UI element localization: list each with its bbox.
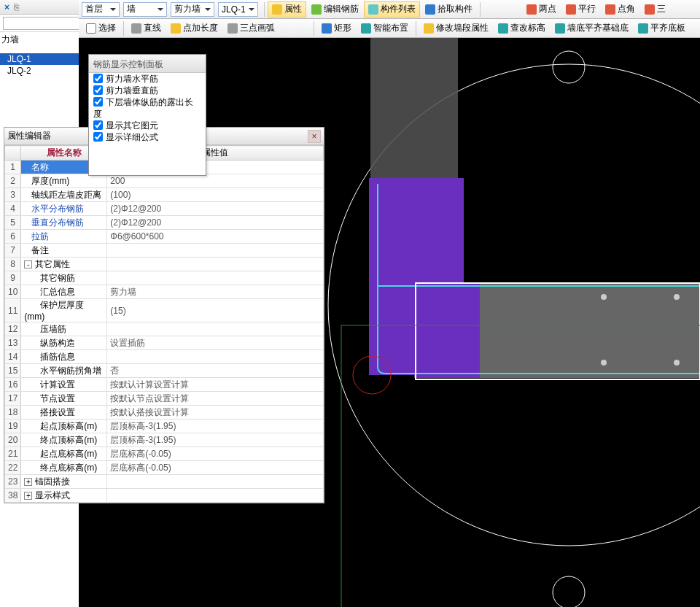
property-name: +锚固搭接: [21, 475, 107, 489]
rebar-display-panel[interactable]: 钢筋显示控制面板 剪力墙水平筋剪力墙垂直筋下层墙体纵筋的露出长度显示其它图元显示…: [88, 54, 206, 176]
component-dropdown[interactable]: JLQ-1: [218, 2, 258, 17]
two-points-icon: [526, 4, 537, 15]
property-row[interactable]: 22终点底标高(m)层底标高(-0.05): [5, 461, 324, 475]
svg-point-1: [553, 51, 585, 83]
property-row[interactable]: 3轴线距左墙皮距离(100): [5, 188, 324, 202]
property-row[interactable]: 23+锚固搭接: [5, 475, 324, 489]
flush-bottom-button[interactable]: 平齐底板: [634, 20, 690, 36]
property-value[interactable]: Φ6@600*600: [107, 230, 324, 244]
property-row[interactable]: 10汇总信息剪力墙: [5, 285, 324, 299]
rebar-option[interactable]: 剪力墙水平筋: [89, 73, 206, 85]
property-value[interactable]: 剪力墙: [107, 285, 324, 299]
checkbox[interactable]: [93, 74, 103, 83]
property-row[interactable]: 8-其它属性: [5, 258, 324, 271]
property-name: 搭接设置: [21, 406, 107, 420]
property-value[interactable]: 否: [107, 364, 324, 378]
property-row[interactable]: 17节点设置按默认节点设置计算: [5, 392, 324, 406]
cursor-icon: [86, 23, 96, 34]
floor-dropdown[interactable]: 首层: [82, 2, 120, 17]
property-value[interactable]: [107, 350, 324, 364]
property-value[interactable]: 层顶标高-3(1.95): [107, 433, 324, 447]
check-elevation-button[interactable]: 查改标高: [494, 20, 550, 36]
property-row[interactable]: 9其它钢筋: [5, 271, 324, 285]
property-name: 其它钢筋: [21, 271, 107, 285]
property-row[interactable]: 7备注: [5, 244, 324, 258]
two-points-button[interactable]: 两点: [522, 1, 561, 18]
checkbox[interactable]: [93, 132, 103, 142]
property-value[interactable]: [107, 271, 324, 285]
adjust-wall-button[interactable]: 修改墙段属性: [419, 20, 493, 36]
point-extend-button[interactable]: 点加长度: [166, 20, 222, 36]
svg-point-8: [674, 294, 680, 300]
rebar-option[interactable]: 显示详细公式: [89, 131, 206, 143]
row-number: 19: [5, 420, 21, 433]
property-value[interactable]: 层底标高(-0.05): [107, 447, 324, 461]
property-row[interactable]: 6拉筋Φ6@600*600: [5, 230, 324, 244]
line-icon: [131, 23, 141, 34]
property-value[interactable]: 200: [107, 174, 324, 188]
property-row[interactable]: 5垂直分布钢筋(2)Φ12@200: [5, 216, 324, 230]
arc3-button[interactable]: 三点画弧: [223, 20, 279, 36]
property-value[interactable]: (2)Φ12@200: [107, 202, 324, 216]
line-button[interactable]: 直线: [127, 20, 166, 36]
checkbox[interactable]: [93, 97, 103, 107]
property-row[interactable]: 21起点底标高(m)层底标高(-0.05): [5, 447, 324, 461]
attributes-button[interactable]: 属性: [268, 1, 306, 18]
property-name: -其它属性: [21, 258, 107, 271]
pick-component-button[interactable]: 拾取构件: [421, 1, 477, 18]
property-value[interactable]: 层顶标高-3(1.95): [107, 420, 324, 433]
property-row[interactable]: 4水平分布钢筋(2)Φ12@200: [5, 202, 324, 216]
point-angle-button[interactable]: 点角: [601, 1, 639, 18]
property-value[interactable]: (2)Φ12@200: [107, 216, 324, 230]
property-value[interactable]: 按默认计算设置计算: [107, 378, 324, 392]
rebar-option[interactable]: 剪力墙垂直筋: [89, 85, 206, 96]
subcategory-dropdown[interactable]: 剪力墙: [171, 2, 214, 17]
tri-button[interactable]: 三: [640, 1, 670, 18]
property-value[interactable]: [107, 258, 324, 271]
property-editor-panel[interactable]: 属性编辑器 × 属性名称 属性值 1名称2厚度(mm)2003轴线距左墙皮距离(…: [4, 127, 324, 503]
checkbox[interactable]: [93, 85, 103, 95]
copy-icon[interactable]: ⎘: [14, 2, 19, 12]
property-name: +显示样式: [21, 489, 107, 503]
flush-foundation-button[interactable]: 墙底平齐基础底: [551, 20, 633, 36]
property-value[interactable]: 按默认搭接设置计算: [107, 406, 324, 420]
property-row[interactable]: 12压墙筋: [5, 322, 324, 336]
property-value[interactable]: [107, 475, 324, 489]
property-row[interactable]: 11保护层厚度(mm)(15): [5, 299, 324, 322]
property-value[interactable]: (100): [107, 188, 324, 202]
property-value[interactable]: (15): [107, 299, 324, 322]
parallel-button[interactable]: 平行: [561, 1, 600, 18]
category-dropdown[interactable]: 墙: [123, 2, 167, 17]
property-value[interactable]: [107, 244, 324, 258]
list-item[interactable]: JLQ-1: [0, 53, 79, 65]
property-row[interactable]: 20终点顶标高(m)层顶标高-3(1.95): [5, 433, 324, 447]
select-button[interactable]: 选择: [82, 20, 120, 36]
property-value[interactable]: [107, 489, 324, 503]
component-list-button[interactable]: 构件列表: [364, 1, 420, 18]
property-value[interactable]: 设置插筋: [107, 336, 324, 350]
property-row[interactable]: 16计算设置按默认计算设置计算: [5, 378, 324, 392]
property-value[interactable]: 按默认节点设置计算: [107, 392, 324, 406]
pencil-icon: [311, 4, 322, 15]
edit-rebar-button[interactable]: 编辑钢筋: [307, 1, 363, 18]
property-row[interactable]: 14插筋信息: [5, 350, 324, 364]
property-row[interactable]: 38+显示样式: [5, 489, 324, 503]
row-number: 8: [5, 258, 21, 271]
row-number: 11: [5, 299, 21, 322]
property-row[interactable]: 18搭接设置按默认搭接设置计算: [5, 406, 324, 420]
property-row[interactable]: 15水平钢筋拐角增否: [5, 364, 324, 378]
rebar-option[interactable]: 下层墙体纵筋的露出长度: [89, 96, 206, 120]
list-item[interactable]: JLQ-2: [0, 65, 79, 77]
property-row[interactable]: 13纵筋构造设置插筋: [5, 336, 324, 350]
rect-button[interactable]: 矩形: [317, 20, 356, 36]
row-number: 21: [5, 447, 21, 461]
property-value[interactable]: 层底标高(-0.05): [107, 461, 324, 475]
close-button[interactable]: ×: [308, 130, 321, 143]
property-value[interactable]: [107, 322, 324, 336]
property-row[interactable]: 2厚度(mm)200: [5, 174, 324, 188]
property-row[interactable]: 19起点顶标高(m)层顶标高-3(1.95): [5, 420, 324, 433]
checkbox[interactable]: [93, 120, 103, 130]
back-icon[interactable]: ×: [4, 2, 9, 12]
rebar-option[interactable]: 显示其它图元: [89, 120, 206, 131]
smart-layout-button[interactable]: 智能布置: [357, 20, 413, 36]
